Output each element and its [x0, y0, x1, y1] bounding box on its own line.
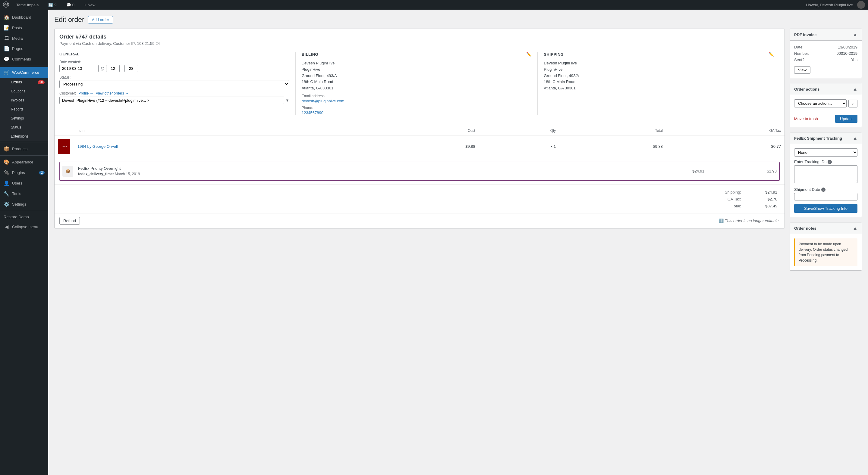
- billing-email[interactable]: devesh@pluginhive.com: [302, 99, 344, 103]
- tracking-info-icon: ?: [828, 160, 832, 164]
- order-title: Order #747 details: [59, 34, 780, 40]
- sidebar-label-dashboard: Dashboard: [12, 15, 31, 20]
- tracking-ids-input[interactable]: [794, 165, 858, 183]
- col-item: Item: [74, 126, 372, 135]
- product-link[interactable]: 1984 by George Orwell: [78, 144, 118, 149]
- order-notes-header[interactable]: Order notes ▲: [790, 223, 862, 234]
- sidebar-label-reports: Reports: [11, 107, 24, 111]
- col-qty: Qty: [479, 126, 560, 135]
- add-order-button[interactable]: Add order: [88, 16, 113, 24]
- product-thumbnail: 1984: [58, 139, 70, 154]
- comments-icon: 💬: [4, 56, 10, 62]
- product-row: 1984 1984 by George Orwell $9.88 × 1 $9.…: [55, 135, 784, 158]
- woocommerce-icon: 🛒: [4, 70, 10, 75]
- billing-phone[interactable]: 1234567890: [302, 110, 323, 115]
- new-item[interactable]: + New: [82, 0, 98, 10]
- sidebar-item-appearance[interactable]: 🎨 Appearance: [0, 157, 48, 167]
- sidebar-item-woocommerce[interactable]: 🛒 WooCommerce: [0, 67, 48, 78]
- updates-count: 9: [54, 3, 56, 7]
- updates-icon: 🔄: [48, 3, 53, 7]
- sidebar-label-invoices: Invoices: [11, 98, 24, 102]
- pdf-collapse-icon[interactable]: ▲: [852, 32, 858, 37]
- sidebar-item-dashboard[interactable]: 🏠 Dashboard: [0, 12, 48, 23]
- fedex-tracking-header[interactable]: FedEx Shipment Tracking ▲: [790, 132, 862, 144]
- order-actions-header[interactable]: Order actions ▲: [790, 83, 862, 95]
- carrier-select[interactable]: None: [794, 148, 858, 157]
- shipping-edit-icon[interactable]: ✏️: [769, 52, 774, 57]
- sidebar-item-collapse[interactable]: ◀ Collapse menu: [0, 222, 48, 232]
- order-notes-collapse-icon[interactable]: ▲: [852, 226, 858, 231]
- view-orders-link[interactable]: View other orders →: [96, 91, 129, 95]
- fedex-tracking-widget: FedEx Shipment Tracking ▲ None Enter Tra…: [789, 132, 862, 217]
- sidebar-item-reports[interactable]: Reports: [0, 105, 48, 114]
- shipping-total-label: Shipping:: [717, 190, 741, 195]
- shipping-ga-tax: $1.93: [767, 169, 777, 173]
- order-actions-collapse-icon[interactable]: ▲: [852, 87, 858, 92]
- pdf-invoice-title: PDF Invoice: [794, 33, 816, 37]
- shipping-address: Devesh PluginHive PluginHive Ground Floo…: [544, 60, 774, 92]
- sidebar-item-settings[interactable]: Settings: [0, 114, 48, 123]
- tools-icon: 🔧: [4, 191, 10, 197]
- billing-address: Devesh PluginHive PluginHive Ground Floo…: [302, 60, 532, 92]
- billing-heading: Billing ✏️: [302, 52, 532, 57]
- fedex-tracking-title: FedEx Shipment Tracking: [794, 136, 842, 141]
- wp-logo[interactable]: [3, 1, 9, 8]
- dashboard-icon: 🏠: [4, 14, 10, 20]
- move-to-trash-link[interactable]: Move to trash: [794, 116, 818, 121]
- sidebar-item-orders[interactable]: Orders 98: [0, 78, 48, 87]
- appearance-icon: 🎨: [4, 159, 10, 165]
- shipment-date-info-icon: ?: [821, 188, 826, 192]
- site-name[interactable]: Tame Impala: [14, 0, 41, 10]
- sidebar-item-status[interactable]: Status: [0, 123, 48, 132]
- product-qty: × 1: [479, 135, 560, 158]
- date-input[interactable]: [59, 65, 98, 72]
- status-label: Status:: [59, 75, 289, 79]
- product-cost: $9.88: [372, 135, 479, 158]
- billing-edit-icon[interactable]: ✏️: [526, 52, 532, 57]
- customer-clear-icon[interactable]: ▼: [285, 98, 289, 103]
- plus-icon: +: [84, 3, 87, 7]
- fedex-collapse-icon[interactable]: ▲: [852, 135, 858, 141]
- at-symbol: @: [100, 66, 104, 71]
- sidebar-item-pages[interactable]: 📄 Pages: [0, 43, 48, 54]
- sidebar-item-comments[interactable]: 💬 Comments: [0, 54, 48, 64]
- pdf-date-label: Date:: [794, 45, 804, 49]
- comments-item[interactable]: 💬 0: [64, 0, 77, 10]
- sidebar-item-settings2[interactable]: ⚙️ Settings: [0, 199, 48, 209]
- sidebar-item-coupons[interactable]: Coupons: [0, 87, 48, 96]
- fedex-tracking-body: None Enter Tracking IDs ? Shipment Date …: [790, 144, 862, 217]
- status-select[interactable]: Processing Pending payment On hold Compl…: [59, 80, 289, 88]
- settings-icon: ⚙️: [4, 201, 10, 207]
- order-actions-go-button[interactable]: ›: [848, 100, 858, 107]
- save-tracking-button[interactable]: Save/Show Tracking Info: [794, 204, 858, 213]
- products-icon: 📦: [4, 146, 10, 152]
- sidebar-label-tools: Tools: [12, 192, 21, 196]
- sidebar-item-extensions[interactable]: Extensions: [0, 132, 48, 141]
- col-ga-tax: GA Tax: [666, 126, 784, 135]
- sidebar-item-plugins[interactable]: 🔌 Plugins 2: [0, 167, 48, 178]
- shipping-method-name: FedEx Priority Overnight: [78, 166, 668, 171]
- sidebar-item-restore-demo[interactable]: Restore Demo: [0, 212, 48, 222]
- pdf-view-button[interactable]: View: [794, 66, 810, 74]
- order-items-table: Item Cost Qty Total GA Tax: [55, 126, 784, 185]
- shipment-date-input[interactable]: [794, 193, 858, 201]
- profile-link[interactable]: Profile →: [79, 91, 93, 95]
- info-icon: ℹ️: [719, 218, 724, 223]
- sidebar-label-plugins: Plugins: [12, 170, 25, 175]
- sidebar-item-users[interactable]: 👤 Users: [0, 178, 48, 189]
- sidebar-item-posts[interactable]: 📝 Posts: [0, 23, 48, 33]
- customer-input[interactable]: [59, 97, 284, 104]
- sidebar-item-tools[interactable]: 🔧 Tools: [0, 189, 48, 199]
- sidebar-item-invoices[interactable]: Invoices: [0, 96, 48, 105]
- sidebar-label-collapse: Collapse menu: [12, 225, 38, 229]
- minute-input[interactable]: [124, 65, 138, 72]
- pdf-invoice-header[interactable]: PDF Invoice ▲: [790, 29, 862, 41]
- update-button[interactable]: Update: [835, 115, 858, 123]
- collapse-icon: ◀: [4, 224, 10, 230]
- sidebar-item-media[interactable]: 🖼 Media: [0, 33, 48, 43]
- updates-item[interactable]: 🔄 9: [46, 0, 59, 10]
- sidebar-item-products[interactable]: 📦 Products: [0, 144, 48, 154]
- hour-input[interactable]: [106, 65, 120, 72]
- order-actions-select[interactable]: Choose an action...: [794, 99, 846, 107]
- refund-button[interactable]: Refund: [59, 217, 80, 225]
